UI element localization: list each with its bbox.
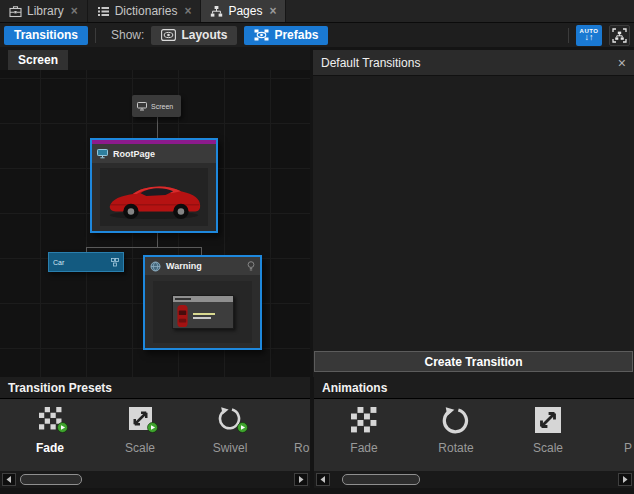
node-label: RootPage [113, 149, 155, 159]
animations-section: Animations Fade Rotate [314, 377, 634, 494]
toolbar-separator [568, 28, 569, 43]
show-label: Show: [111, 28, 144, 42]
animation-label: Rotate [438, 441, 473, 455]
red-car-top-image [176, 304, 189, 328]
prefabs-label: Prefabs [274, 28, 318, 42]
tab-label: Dictionaries [115, 4, 178, 18]
panel-title: Default Transitions [321, 56, 618, 70]
play-badge-icon [57, 422, 68, 433]
pages-toolbar: Transitions Show: Layouts Prefabs AUTO ↓… [0, 23, 634, 47]
scroll-right-button[interactable] [294, 473, 308, 486]
scrollbar-thumb[interactable] [20, 474, 82, 485]
transition-presets-header: Transition Presets [0, 377, 310, 399]
node-label: Car [53, 259, 111, 266]
animations-list: Fade Rotate Scale P [314, 399, 634, 471]
play-badge-icon [147, 422, 158, 433]
scroll-right-button[interactable] [618, 473, 632, 486]
tab-pages[interactable]: Pages × [201, 0, 286, 22]
fit-graph-icon [612, 28, 627, 43]
close-icon[interactable]: × [71, 4, 78, 18]
connector-to-warning [201, 247, 202, 255]
auto-arrange-button[interactable]: AUTO ↓↑ [576, 25, 602, 46]
connector-branch [86, 247, 202, 248]
globe-icon [150, 261, 161, 272]
rootpage-thumbnail [100, 168, 208, 226]
tab-library[interactable]: Library × [0, 0, 88, 22]
play-badge-icon [237, 422, 248, 433]
preset-scale[interactable]: Scale [98, 407, 182, 455]
rootpage-body [92, 163, 216, 231]
fit-graph-button[interactable] [609, 25, 630, 46]
rootpage-header: RootPage [92, 144, 216, 163]
transitions-button[interactable]: Transitions [4, 26, 88, 45]
expand-icon[interactable] [111, 258, 119, 267]
document-tabbar: Library × Dictionaries × Pages × [0, 0, 634, 23]
scale-icon [535, 407, 561, 433]
scroll-left-button[interactable] [2, 473, 16, 486]
connector-screen-rootpage [157, 117, 158, 138]
section-title: Transition Presets [8, 381, 112, 395]
tab-label: Pages [228, 4, 262, 18]
animation-label: Scale [533, 441, 563, 455]
warning-thumbnail [153, 281, 252, 343]
scrollbar-thumb[interactable] [342, 474, 420, 485]
preset-fade[interactable]: Fade [8, 407, 92, 455]
node-warning[interactable]: Warning [143, 255, 262, 350]
toolbar-separator [95, 28, 96, 43]
close-icon[interactable]: × [184, 4, 191, 18]
preset-label: Scale [125, 441, 155, 455]
animation-clipped[interactable]: P [614, 407, 634, 455]
section-title: Animations [322, 381, 387, 395]
auto-arrows: ↓↑ [585, 33, 594, 42]
preset-swivel[interactable]: Swivel [188, 407, 272, 455]
graph-tab-label: Screen [18, 53, 58, 67]
dialog-content [173, 302, 233, 330]
hierarchy-icon [210, 5, 223, 18]
kanzi-pages-window: Library × Dictionaries × Pages × Transit… [0, 0, 634, 494]
eye-icon [161, 29, 176, 41]
node-screen[interactable]: Screen [132, 95, 181, 117]
close-icon[interactable]: × [269, 4, 276, 18]
monitor-icon [137, 102, 147, 111]
warning-body [145, 275, 260, 348]
warning-dialog-preview [172, 295, 234, 329]
graph-tab-screen[interactable]: Screen [8, 50, 68, 70]
node-rootpage[interactable]: RootPage [90, 138, 218, 233]
transition-presets-list: Fade Scale Swivel [0, 399, 310, 471]
layouts-toggle-button[interactable]: Layouts [151, 26, 237, 45]
page-graph-canvas[interactable]: Screen RootPage [0, 70, 310, 377]
animations-scrollbar[interactable] [314, 471, 634, 488]
create-transition-button[interactable]: Create Transition [314, 351, 633, 372]
animation-label: Fade [350, 441, 377, 455]
prefab-eye-icon [254, 29, 269, 41]
prefabs-toggle-button[interactable]: Prefabs [244, 26, 328, 45]
lightbulb-icon [247, 261, 255, 272]
scrollbar-track[interactable] [332, 473, 616, 486]
preset-label: Swivel [213, 441, 248, 455]
fade-checkerboard-icon [351, 407, 377, 433]
connector-rootpage-down [157, 233, 158, 247]
clipped-icon [309, 407, 311, 430]
briefcase-icon [9, 5, 22, 18]
default-transitions-header: Default Transitions × [313, 50, 634, 76]
list-icon [97, 5, 110, 18]
layouts-label: Layouts [181, 28, 227, 42]
node-label: Screen [151, 103, 173, 110]
preset-clipped[interactable]: Ro [278, 407, 310, 455]
animations-header: Animations [314, 377, 634, 399]
presets-scrollbar[interactable] [0, 471, 310, 488]
scroll-left-button[interactable] [316, 473, 330, 486]
red-car-side-image [104, 171, 204, 223]
tab-dictionaries[interactable]: Dictionaries × [88, 0, 202, 22]
animation-rotate[interactable]: Rotate [414, 407, 498, 455]
rotate-icon [442, 407, 470, 435]
animation-fade[interactable]: Fade [322, 407, 406, 455]
node-car[interactable]: Car [48, 252, 124, 272]
animation-scale[interactable]: Scale [506, 407, 590, 455]
monitor-icon [97, 149, 108, 159]
transition-presets-section: Transition Presets Fade Scale [0, 377, 310, 494]
close-icon[interactable]: × [618, 55, 626, 71]
scrollbar-track[interactable] [18, 473, 292, 486]
tab-label: Library [27, 4, 64, 18]
warning-header: Warning [145, 257, 260, 275]
